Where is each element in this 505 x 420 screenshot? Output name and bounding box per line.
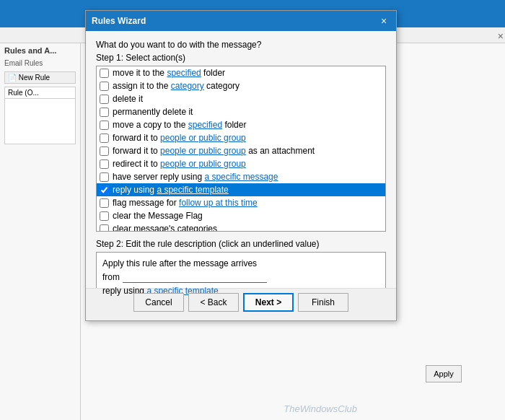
action-item[interactable]: assign it to the category category	[97, 79, 385, 92]
next-button[interactable]: Next >	[243, 293, 294, 312]
dialog-body: What do you want to do with the message?…	[86, 31, 396, 288]
action-item[interactable]: move a copy to the specified folder	[97, 118, 385, 131]
action-item[interactable]: move it to the specified folder	[97, 66, 385, 79]
rule-desc-line1: Apply this rule after the message arrive…	[102, 257, 379, 271]
action-checkbox[interactable]	[100, 108, 109, 117]
finish-button[interactable]: Finish	[298, 293, 348, 312]
action-link[interactable]: category	[171, 81, 204, 91]
dialog-close-button[interactable]: ×	[377, 14, 390, 27]
action-link[interactable]: a specific template	[157, 185, 228, 195]
action-label: delete it	[113, 94, 143, 104]
action-checkbox[interactable]	[100, 146, 109, 156]
action-item[interactable]: forward it to people or public group	[97, 131, 385, 144]
action-item[interactable]: have server reply using a specific messa…	[97, 170, 385, 183]
action-checkbox[interactable]	[100, 121, 109, 130]
action-label: move it to the specified folder	[113, 68, 225, 78]
action-link[interactable]: specified	[167, 68, 201, 78]
action-item[interactable]: reply using a specific template	[97, 183, 385, 196]
action-link[interactable]: people or public group	[160, 159, 246, 169]
action-item[interactable]: flag message for follow up at this time	[97, 196, 385, 209]
step1-label: Step 1: Select action(s)	[96, 53, 386, 63]
action-link[interactable]: follow up at this time	[179, 198, 258, 208]
action-label: forward it to people or public group	[113, 133, 246, 143]
action-checkbox[interactable]	[100, 198, 109, 208]
dialog-title: Rules Wizard	[92, 16, 146, 26]
action-label: redirect it to people or public group	[113, 159, 246, 169]
rules-wizard-dialog: Rules Wizard × What do you want to do wi…	[85, 10, 397, 321]
action-checkbox[interactable]	[100, 172, 109, 182]
background-close-icon: ×	[498, 30, 504, 42]
action-item[interactable]: delete it	[97, 92, 385, 105]
action-label: reply using a specific template	[113, 185, 229, 195]
dialog-titlebar: Rules Wizard ×	[86, 11, 396, 31]
action-checkbox[interactable]	[100, 185, 109, 195]
action-checkbox[interactable]	[100, 134, 109, 143]
action-link[interactable]: people or public group	[160, 133, 246, 143]
step2-label: Step 2: Edit the rule description (click…	[96, 239, 386, 249]
action-label: move a copy to the specified folder	[113, 120, 246, 130]
action-item[interactable]: clear message's categories	[97, 222, 385, 232]
action-item[interactable]: permanently delete it	[97, 105, 385, 118]
action-checkbox[interactable]	[100, 95, 109, 104]
rule-desc-line2: from	[102, 271, 379, 284]
action-checkbox[interactable]	[100, 159, 109, 169]
step1-title: What do you want to do with the message?	[96, 40, 386, 50]
action-link[interactable]: people or public group	[160, 146, 246, 156]
action-label: permanently delete it	[113, 107, 193, 117]
action-checkbox[interactable]	[100, 211, 109, 221]
action-item[interactable]: forward it to people or public group as …	[97, 144, 385, 157]
action-link[interactable]: specified	[188, 120, 222, 130]
action-label: clear the Message Flag	[113, 211, 203, 221]
action-checkbox[interactable]	[100, 69, 109, 78]
action-item[interactable]: clear the Message Flag	[97, 209, 385, 222]
action-label: forward it to people or public group as …	[113, 146, 315, 156]
action-link[interactable]: a specific message	[204, 172, 278, 182]
action-label: assign it to the category category	[113, 81, 240, 91]
from-underline-value	[123, 273, 267, 283]
cancel-button[interactable]: Cancel	[133, 293, 184, 312]
action-checkbox[interactable]	[100, 224, 109, 232]
action-label: have server reply using a specific messa…	[113, 172, 278, 182]
action-item[interactable]: redirect it to people or public group	[97, 157, 385, 170]
action-label: clear message's categories	[113, 224, 217, 232]
action-checkbox[interactable]	[100, 82, 109, 91]
action-label: flag message for follow up at this time	[113, 198, 258, 208]
back-button[interactable]: < Back	[188, 293, 239, 312]
action-list[interactable]: move it to the specified folderassign it…	[96, 66, 386, 232]
